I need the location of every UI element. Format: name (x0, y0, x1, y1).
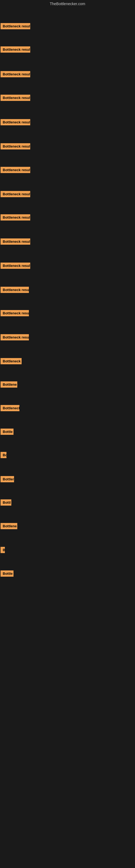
bottleneck-item-5[interactable]: Bottleneck result (1, 119, 30, 125)
bottleneck-item-14[interactable]: Bottleneck result (1, 334, 29, 340)
bottleneck-item-21[interactable]: Bottl (1, 499, 11, 506)
bottleneck-item-3[interactable]: Bottleneck result (1, 71, 30, 77)
bottleneck-item-13[interactable]: Bottleneck result (1, 310, 29, 316)
bottleneck-item-16[interactable]: Bottlene (1, 381, 17, 388)
bottleneck-item-1[interactable]: Bottleneck result (1, 23, 30, 29)
bottleneck-item-7[interactable]: Bottleneck result (1, 167, 30, 173)
bottleneck-item-24[interactable]: Bottle (1, 570, 13, 577)
bottleneck-item-20[interactable]: Bottler (1, 476, 14, 482)
site-title: TheBottlenecker.com (0, 0, 135, 8)
bottleneck-item-6[interactable]: Bottleneck result (1, 143, 30, 150)
bottleneck-item-2[interactable]: Bottleneck result (1, 46, 30, 53)
bottleneck-item-15[interactable]: Bottleneck r (1, 358, 21, 364)
bottleneck-item-11[interactable]: Bottleneck result (1, 262, 30, 269)
bottleneck-item-19[interactable]: Bo (1, 452, 6, 458)
bottleneck-item-10[interactable]: Bottleneck result (1, 239, 30, 245)
items-container: Bottleneck resultBottleneck resultBottle… (0, 8, 135, 868)
bottleneck-item-12[interactable]: Bottleneck result (1, 287, 29, 293)
bottleneck-item-18[interactable]: Bottle (1, 429, 13, 435)
bottleneck-item-9[interactable]: Bottleneck result (1, 214, 30, 220)
bottleneck-item-8[interactable]: Bottleneck result (1, 191, 30, 197)
bottleneck-item-22[interactable]: Bottlene (1, 523, 17, 529)
bottleneck-item-23[interactable]: B (1, 547, 5, 553)
bottleneck-item-4[interactable]: Bottleneck result (1, 95, 30, 101)
bottleneck-item-17[interactable]: Bottleneck (1, 405, 19, 411)
